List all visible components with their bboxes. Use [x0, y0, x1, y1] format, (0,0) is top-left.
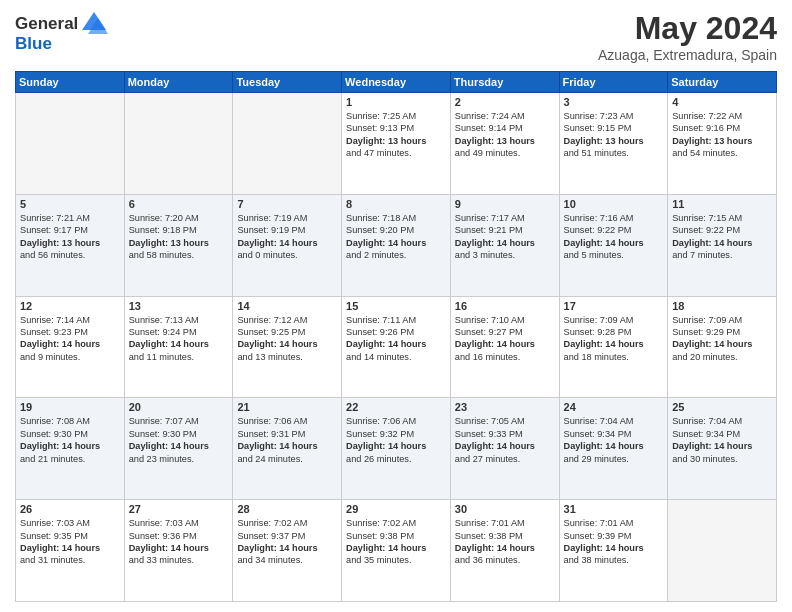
day-info: Sunrise: 7:03 AMSunset: 9:35 PMDaylight:…	[20, 517, 120, 567]
calendar-cell: 25Sunrise: 7:04 AMSunset: 9:34 PMDayligh…	[668, 398, 777, 500]
week-row-2: 12Sunrise: 7:14 AMSunset: 9:23 PMDayligh…	[16, 296, 777, 398]
calendar-cell: 11Sunrise: 7:15 AMSunset: 9:22 PMDayligh…	[668, 194, 777, 296]
calendar-cell: 6Sunrise: 7:20 AMSunset: 9:18 PMDaylight…	[124, 194, 233, 296]
day-number: 28	[237, 503, 337, 515]
day-info: Sunrise: 7:19 AMSunset: 9:19 PMDaylight:…	[237, 212, 337, 262]
day-number: 31	[564, 503, 664, 515]
day-info: Sunrise: 7:02 AMSunset: 9:38 PMDaylight:…	[346, 517, 446, 567]
calendar-cell: 10Sunrise: 7:16 AMSunset: 9:22 PMDayligh…	[559, 194, 668, 296]
day-info: Sunrise: 7:09 AMSunset: 9:29 PMDaylight:…	[672, 314, 772, 364]
calendar-cell: 24Sunrise: 7:04 AMSunset: 9:34 PMDayligh…	[559, 398, 668, 500]
calendar-cell: 9Sunrise: 7:17 AMSunset: 9:21 PMDaylight…	[450, 194, 559, 296]
day-number: 8	[346, 198, 446, 210]
calendar-cell: 5Sunrise: 7:21 AMSunset: 9:17 PMDaylight…	[16, 194, 125, 296]
day-info: Sunrise: 7:21 AMSunset: 9:17 PMDaylight:…	[20, 212, 120, 262]
week-row-4: 26Sunrise: 7:03 AMSunset: 9:35 PMDayligh…	[16, 500, 777, 602]
title-block: May 2024 Azuaga, Extremadura, Spain	[598, 10, 777, 63]
calendar-cell	[16, 93, 125, 195]
calendar-cell: 18Sunrise: 7:09 AMSunset: 9:29 PMDayligh…	[668, 296, 777, 398]
calendar-table: SundayMondayTuesdayWednesdayThursdayFrid…	[15, 71, 777, 602]
week-row-1: 5Sunrise: 7:21 AMSunset: 9:17 PMDaylight…	[16, 194, 777, 296]
calendar-cell: 23Sunrise: 7:05 AMSunset: 9:33 PMDayligh…	[450, 398, 559, 500]
calendar-cell: 22Sunrise: 7:06 AMSunset: 9:32 PMDayligh…	[342, 398, 451, 500]
day-number: 26	[20, 503, 120, 515]
day-number: 18	[672, 300, 772, 312]
day-info: Sunrise: 7:20 AMSunset: 9:18 PMDaylight:…	[129, 212, 229, 262]
calendar-cell: 1Sunrise: 7:25 AMSunset: 9:13 PMDaylight…	[342, 93, 451, 195]
calendar-cell: 31Sunrise: 7:01 AMSunset: 9:39 PMDayligh…	[559, 500, 668, 602]
day-number: 19	[20, 401, 120, 413]
day-number: 21	[237, 401, 337, 413]
day-number: 23	[455, 401, 555, 413]
day-info: Sunrise: 7:03 AMSunset: 9:36 PMDaylight:…	[129, 517, 229, 567]
calendar-cell: 16Sunrise: 7:10 AMSunset: 9:27 PMDayligh…	[450, 296, 559, 398]
day-number: 14	[237, 300, 337, 312]
day-number: 4	[672, 96, 772, 108]
calendar-cell: 28Sunrise: 7:02 AMSunset: 9:37 PMDayligh…	[233, 500, 342, 602]
day-number: 24	[564, 401, 664, 413]
calendar-cell: 7Sunrise: 7:19 AMSunset: 9:19 PMDaylight…	[233, 194, 342, 296]
day-number: 1	[346, 96, 446, 108]
calendar-cell: 15Sunrise: 7:11 AMSunset: 9:26 PMDayligh…	[342, 296, 451, 398]
day-info: Sunrise: 7:09 AMSunset: 9:28 PMDaylight:…	[564, 314, 664, 364]
calendar-cell: 26Sunrise: 7:03 AMSunset: 9:35 PMDayligh…	[16, 500, 125, 602]
day-info: Sunrise: 7:01 AMSunset: 9:38 PMDaylight:…	[455, 517, 555, 567]
day-header-tuesday: Tuesday	[233, 72, 342, 93]
calendar-cell	[668, 500, 777, 602]
day-number: 29	[346, 503, 446, 515]
calendar-cell	[233, 93, 342, 195]
logo: General Blue	[15, 10, 108, 54]
day-info: Sunrise: 7:15 AMSunset: 9:22 PMDaylight:…	[672, 212, 772, 262]
day-number: 13	[129, 300, 229, 312]
calendar-cell: 20Sunrise: 7:07 AMSunset: 9:30 PMDayligh…	[124, 398, 233, 500]
location: Azuaga, Extremadura, Spain	[598, 47, 777, 63]
day-number: 6	[129, 198, 229, 210]
calendar-cell: 13Sunrise: 7:13 AMSunset: 9:24 PMDayligh…	[124, 296, 233, 398]
day-header-thursday: Thursday	[450, 72, 559, 93]
day-info: Sunrise: 7:11 AMSunset: 9:26 PMDaylight:…	[346, 314, 446, 364]
logo-icon	[80, 10, 108, 38]
day-number: 5	[20, 198, 120, 210]
day-info: Sunrise: 7:18 AMSunset: 9:20 PMDaylight:…	[346, 212, 446, 262]
day-info: Sunrise: 7:06 AMSunset: 9:32 PMDaylight:…	[346, 415, 446, 465]
calendar-cell: 17Sunrise: 7:09 AMSunset: 9:28 PMDayligh…	[559, 296, 668, 398]
day-number: 17	[564, 300, 664, 312]
header: General Blue May 2024 Azuaga, Extremadur…	[15, 10, 777, 63]
calendar-cell: 29Sunrise: 7:02 AMSunset: 9:38 PMDayligh…	[342, 500, 451, 602]
day-header-sunday: Sunday	[16, 72, 125, 93]
day-info: Sunrise: 7:14 AMSunset: 9:23 PMDaylight:…	[20, 314, 120, 364]
calendar-cell: 21Sunrise: 7:06 AMSunset: 9:31 PMDayligh…	[233, 398, 342, 500]
day-info: Sunrise: 7:02 AMSunset: 9:37 PMDaylight:…	[237, 517, 337, 567]
day-info: Sunrise: 7:04 AMSunset: 9:34 PMDaylight:…	[564, 415, 664, 465]
week-row-0: 1Sunrise: 7:25 AMSunset: 9:13 PMDaylight…	[16, 93, 777, 195]
day-info: Sunrise: 7:10 AMSunset: 9:27 PMDaylight:…	[455, 314, 555, 364]
day-number: 20	[129, 401, 229, 413]
day-number: 11	[672, 198, 772, 210]
day-header-friday: Friday	[559, 72, 668, 93]
week-row-3: 19Sunrise: 7:08 AMSunset: 9:30 PMDayligh…	[16, 398, 777, 500]
day-info: Sunrise: 7:22 AMSunset: 9:16 PMDaylight:…	[672, 110, 772, 160]
calendar-cell: 19Sunrise: 7:08 AMSunset: 9:30 PMDayligh…	[16, 398, 125, 500]
day-header-monday: Monday	[124, 72, 233, 93]
day-number: 30	[455, 503, 555, 515]
day-info: Sunrise: 7:06 AMSunset: 9:31 PMDaylight:…	[237, 415, 337, 465]
day-info: Sunrise: 7:01 AMSunset: 9:39 PMDaylight:…	[564, 517, 664, 567]
day-number: 12	[20, 300, 120, 312]
day-number: 2	[455, 96, 555, 108]
day-info: Sunrise: 7:24 AMSunset: 9:14 PMDaylight:…	[455, 110, 555, 160]
calendar-cell: 8Sunrise: 7:18 AMSunset: 9:20 PMDaylight…	[342, 194, 451, 296]
calendar-cell: 14Sunrise: 7:12 AMSunset: 9:25 PMDayligh…	[233, 296, 342, 398]
page: General Blue May 2024 Azuaga, Extremadur…	[0, 0, 792, 612]
calendar-cell: 12Sunrise: 7:14 AMSunset: 9:23 PMDayligh…	[16, 296, 125, 398]
day-header-saturday: Saturday	[668, 72, 777, 93]
calendar-cell: 30Sunrise: 7:01 AMSunset: 9:38 PMDayligh…	[450, 500, 559, 602]
logo-general-text: General	[15, 14, 78, 34]
month-title: May 2024	[598, 10, 777, 47]
day-info: Sunrise: 7:23 AMSunset: 9:15 PMDaylight:…	[564, 110, 664, 160]
day-info: Sunrise: 7:16 AMSunset: 9:22 PMDaylight:…	[564, 212, 664, 262]
day-info: Sunrise: 7:04 AMSunset: 9:34 PMDaylight:…	[672, 415, 772, 465]
header-row: SundayMondayTuesdayWednesdayThursdayFrid…	[16, 72, 777, 93]
calendar-cell: 3Sunrise: 7:23 AMSunset: 9:15 PMDaylight…	[559, 93, 668, 195]
day-info: Sunrise: 7:12 AMSunset: 9:25 PMDaylight:…	[237, 314, 337, 364]
day-header-wednesday: Wednesday	[342, 72, 451, 93]
